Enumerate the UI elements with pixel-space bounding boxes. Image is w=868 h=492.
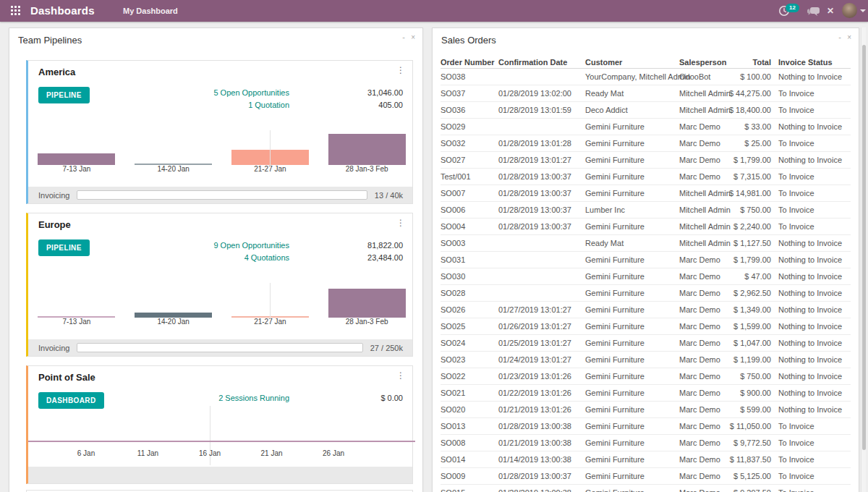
cell-order-number: SO008 xyxy=(441,438,498,447)
sales-order-row[interactable]: SO013 01/28/2019 13:00:38 Gemini Furnitu… xyxy=(441,418,851,435)
scrollbar-thumb[interactable] xyxy=(862,45,866,450)
close-tools-icon[interactable]: ✕ xyxy=(827,0,834,22)
sales-order-row[interactable]: SO003 Ready Mat Mitchell Admin $ 1,127.5… xyxy=(441,235,851,252)
chart-category-label: 21 Jan xyxy=(250,449,294,457)
card-title: Point of Sale xyxy=(38,372,95,383)
col-order-number[interactable]: Order Number xyxy=(441,58,498,67)
close-icon[interactable]: × xyxy=(411,33,415,41)
sales-order-row[interactable]: SO008 01/21/2019 13:00:38 Gemini Furnitu… xyxy=(441,435,851,451)
col-salesperson[interactable]: Salesperson xyxy=(679,58,737,67)
stat-value: 405.00 xyxy=(289,99,403,111)
cell-order-number: SO022 xyxy=(441,372,498,381)
sales-order-row[interactable]: SO031 Gemini Furniture Marc Demo $ 1,799… xyxy=(441,252,851,268)
sales-order-row[interactable]: SO004 01/28/2019 13:00:37 Gemini Furnitu… xyxy=(441,219,851,235)
invoicing-progress-bar xyxy=(77,343,362,352)
card-title: Europe xyxy=(38,219,71,230)
cell-confirmation-date: 01/25/2019 13:01:27 xyxy=(498,339,585,347)
cell-confirmation-date: 01/28/2019 13:00:38 xyxy=(498,488,585,492)
cell-invoice-status: To Invoice xyxy=(778,106,851,114)
cell-order-number: Test/001 xyxy=(441,172,498,181)
sales-order-row[interactable]: SO030 Gemini Furniture Marc Demo $ 47.00… xyxy=(441,268,851,285)
chart-bar[interactable] xyxy=(328,134,406,165)
card-stats: 9 Open Opportunities 81,822.00 4 Quotati… xyxy=(28,239,403,264)
card-america: America ⋮ PIPELINE 5 Open Opportunities … xyxy=(26,60,413,204)
cell-salesperson: Marc Demo xyxy=(679,455,737,464)
sales-order-row[interactable]: SO021 01/22/2019 13:01:26 Gemini Furnitu… xyxy=(441,385,851,402)
sales-order-row[interactable]: SO038 YourCompany, Mitchell Admin OdooBo… xyxy=(441,69,851,85)
cell-customer: Gemini Furniture xyxy=(585,422,679,430)
app-title[interactable]: Dashboards xyxy=(30,0,95,22)
card-stat-row: 1 Quotation 405.00 xyxy=(28,99,403,111)
col-total[interactable]: Total xyxy=(737,58,771,67)
cell-salesperson: Marc Demo xyxy=(679,472,737,480)
col-customer[interactable]: Customer xyxy=(585,58,679,67)
kebab-menu-icon[interactable]: ⋮ xyxy=(396,218,405,228)
cell-customer: Ready Mat xyxy=(585,89,679,98)
stat-value: $ 0.00 xyxy=(289,392,403,404)
pos-footer-strip xyxy=(28,467,412,483)
sales-order-row[interactable]: SO020 01/21/2019 13:01:26 Gemini Furnitu… xyxy=(441,402,851,418)
cell-order-number: SO024 xyxy=(441,339,498,347)
cell-salesperson: Marc Demo xyxy=(679,422,737,430)
sales-order-row[interactable]: SO023 01/24/2019 13:01:27 Gemini Furnitu… xyxy=(441,352,851,368)
sales-order-row[interactable]: SO025 01/26/2019 13:01:27 Gemini Furnitu… xyxy=(441,318,851,335)
cell-invoice-status: Nothing to Invoice xyxy=(778,372,851,381)
cell-confirmation-date: 01/22/2019 13:01:26 xyxy=(498,389,585,397)
sales-order-row[interactable]: SO014 01/14/2019 13:00:38 Gemini Furnitu… xyxy=(441,451,851,468)
sales-order-row[interactable]: Test/001 01/28/2019 13:00:37 Gemini Furn… xyxy=(441,169,851,185)
team-pipelines-title: Team Pipelines xyxy=(18,35,82,46)
sales-order-row[interactable]: SO029 Gemini Furniture Marc Demo $ 33.00… xyxy=(441,119,851,135)
sales-order-row[interactable]: SO009 01/28/2019 13:00:37 Gemini Furnitu… xyxy=(441,468,851,485)
sales-order-row[interactable]: SO032 01/28/2019 13:01:28 Gemini Furnitu… xyxy=(441,135,851,152)
sales-order-row[interactable]: SO007 01/28/2019 13:00:37 Gemini Furnitu… xyxy=(441,185,851,202)
table-body: SO038 YourCompany, Mitchell Admin OdooBo… xyxy=(441,69,851,492)
cell-invoice-status: To Invoice xyxy=(778,455,851,464)
sales-order-row[interactable]: SO022 01/23/2019 13:01:26 Gemini Furnitu… xyxy=(441,368,851,385)
cell-total: $ 33.00 xyxy=(737,122,771,131)
chart-category-label: 7-13 Jan xyxy=(29,318,124,326)
stat-link[interactable]: 9 Open Opportunities xyxy=(28,239,289,252)
apps-grid-icon[interactable] xyxy=(11,6,21,16)
chart-bar[interactable] xyxy=(135,313,212,318)
stat-value: 31,046.00 xyxy=(289,87,403,99)
col-invoice-status[interactable]: Invoice Status xyxy=(778,58,851,67)
kebab-menu-icon[interactable]: ⋮ xyxy=(396,65,405,75)
cell-customer: Deco Addict xyxy=(585,106,679,114)
sales-order-row[interactable]: SO027 01/28/2019 13:01:27 Gemini Furnitu… xyxy=(441,152,851,169)
sales-order-row[interactable]: SO036 01/28/2019 13:01:59 Deco Addict Mi… xyxy=(441,102,851,119)
chart-category-label: 14-20 Jan xyxy=(126,165,221,174)
sales-order-row[interactable]: SO037 01/28/2019 13:02:00 Ready Mat Mitc… xyxy=(441,85,851,102)
cell-customer: Gemini Furniture xyxy=(585,488,679,492)
sales-order-row[interactable]: SO015 01/28/2019 13:00:38 Gemini Furnitu… xyxy=(441,485,851,492)
card-stat-row: 5 Open Opportunities 31,046.00 xyxy=(28,87,403,99)
sales-order-row[interactable]: SO026 01/27/2019 13:01:27 Gemini Furnitu… xyxy=(441,302,851,318)
messages-icon[interactable] xyxy=(807,7,820,20)
minimize-icon[interactable]: - xyxy=(838,33,841,41)
stat-link[interactable]: 4 Quotations xyxy=(28,252,289,264)
close-icon[interactable]: × xyxy=(847,33,851,41)
sales-order-row[interactable]: SO028 Gemini Furniture Marc Demo $ 2,962… xyxy=(441,285,851,302)
sales-order-row[interactable]: SO006 01/28/2019 13:00:37 Lumber Inc Mit… xyxy=(441,202,851,219)
cell-total: $ 1,799.00 xyxy=(737,156,771,164)
caret-down-icon[interactable] xyxy=(860,9,866,12)
cell-invoice-status: Nothing to Invoice xyxy=(778,389,851,397)
menu-item-my-dashboard[interactable]: My Dashboard xyxy=(123,0,178,22)
kebab-menu-icon[interactable]: ⋮ xyxy=(396,370,405,381)
user-avatar[interactable] xyxy=(842,3,857,18)
chart-category-label: 16 Jan xyxy=(188,449,231,457)
chart-category-label: 28 Jan-3 Feb xyxy=(319,318,414,326)
table-header-row: Order Number Confirmation Date Customer … xyxy=(441,56,851,69)
minimize-icon[interactable]: - xyxy=(402,33,405,41)
col-confirmation-date[interactable]: Confirmation Date xyxy=(498,58,585,67)
cell-customer: Gemini Furniture xyxy=(585,438,679,447)
stat-link[interactable]: 1 Quotation xyxy=(28,99,289,111)
chart-bar[interactable] xyxy=(38,153,115,165)
cell-order-number: SO037 xyxy=(441,89,498,98)
chart-bar[interactable] xyxy=(328,289,406,318)
scrollbar-track[interactable] xyxy=(861,27,866,492)
sales-order-row[interactable]: SO024 01/25/2019 13:01:27 Gemini Furnitu… xyxy=(441,335,851,352)
stat-link[interactable]: 5 Open Opportunities xyxy=(28,87,289,99)
cell-customer: YourCompany, Mitchell Admin xyxy=(585,72,679,81)
stat-link[interactable]: 2 Sessions Running xyxy=(28,392,289,404)
chart-gridline xyxy=(270,283,271,319)
